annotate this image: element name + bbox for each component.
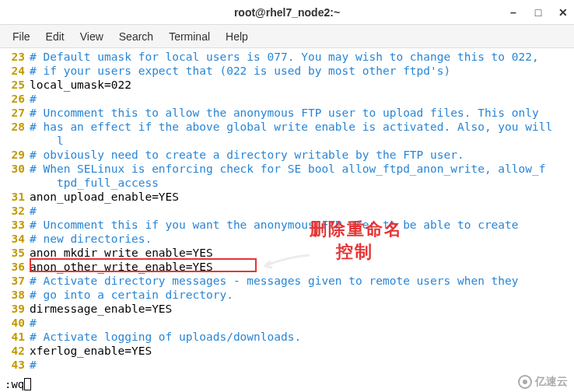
menu-file[interactable]: File — [5, 27, 38, 46]
line-text: anon_other_write_enable=YES — [30, 260, 574, 274]
line-number: 24 — [0, 64, 30, 78]
line-text: # new directories. — [30, 232, 574, 246]
line-number: 26 — [0, 92, 30, 106]
menu-terminal[interactable]: Terminal — [161, 27, 218, 46]
line-number: 41 — [0, 330, 30, 344]
line-number: 42 — [0, 344, 30, 358]
editor-area[interactable]: 23# Default umask for local users is 077… — [0, 48, 574, 372]
line-text: # Uncomment this to allow the anonymous … — [30, 106, 574, 120]
line-text: anon_mkdir_write_enable=YES — [30, 246, 574, 260]
line-number: 30 — [0, 162, 30, 176]
menu-view[interactable]: View — [72, 27, 111, 46]
line-number: 36 — [0, 260, 30, 274]
line-number: 32 — [0, 204, 30, 218]
menu-search[interactable]: Search — [111, 27, 161, 46]
titlebar: root@rhel7_node2:~ – □ ✕ — [0, 0, 574, 25]
line-text: xferlog_enable=YES — [30, 344, 574, 358]
line-text: # When SELinux is enforcing check for SE… — [30, 162, 574, 176]
menubar: File Edit View Search Terminal Help — [0, 25, 574, 48]
line-text: # go into a certain directory. — [30, 288, 574, 302]
close-icon[interactable]: ✕ — [555, 5, 571, 20]
line-number: 43 — [0, 358, 30, 372]
line-text: # Uncomment this if you want the anonymo… — [30, 218, 574, 232]
line-number: 33 — [0, 218, 30, 232]
line-text: # Activate logging of uploads/downloads. — [30, 330, 574, 344]
line-number: 31 — [0, 190, 30, 204]
line-text: # — [30, 92, 574, 106]
line-text: # — [30, 204, 574, 218]
line-text: # has an effect if the above global writ… — [30, 120, 574, 134]
minimize-icon[interactable]: – — [506, 5, 521, 20]
line-wrap: tpd_full_access — [30, 176, 574, 190]
menu-edit[interactable]: Edit — [38, 27, 72, 46]
line-text: # Activate directory messages - messages… — [30, 274, 574, 288]
line-number: 23 — [0, 50, 30, 64]
line-text: # — [30, 316, 574, 330]
line-number: 39 — [0, 302, 30, 316]
maximize-icon[interactable]: □ — [530, 5, 546, 20]
line-number: 35 — [0, 246, 30, 260]
line-wrap: l — [30, 134, 574, 148]
line-text: dirmessage_enable=YES — [30, 302, 574, 316]
line-number: 38 — [0, 288, 30, 302]
line-number: 34 — [0, 232, 30, 246]
line-number: 25 — [0, 78, 30, 92]
line-number: 27 — [0, 106, 30, 120]
vim-command-line[interactable]: :wq — [0, 376, 574, 392]
line-text: # Default umask for local users is 077. … — [30, 50, 574, 64]
line-number: 40 — [0, 316, 30, 330]
line-number: 28 — [0, 120, 30, 134]
line-text: # if your users expect that (022 is used… — [30, 64, 574, 78]
line-text: anon_upload_enable=YES — [30, 190, 574, 204]
command-text: :wq — [5, 378, 24, 390]
line-text: local_umask=022 — [30, 78, 574, 92]
line-number: 29 — [0, 148, 30, 162]
watermark: 亿速云 — [518, 375, 568, 389]
window-title: root@rhel7_node2:~ — [234, 6, 340, 19]
menu-help[interactable]: Help — [218, 27, 256, 46]
line-text: # obviously need to create a directory w… — [30, 148, 574, 162]
watermark-logo-icon — [518, 375, 532, 389]
line-number: 37 — [0, 274, 30, 288]
line-text: # — [30, 358, 574, 372]
cursor-icon — [24, 378, 31, 390]
window-controls: – □ ✕ — [506, 0, 571, 25]
watermark-text: 亿速云 — [535, 375, 568, 389]
